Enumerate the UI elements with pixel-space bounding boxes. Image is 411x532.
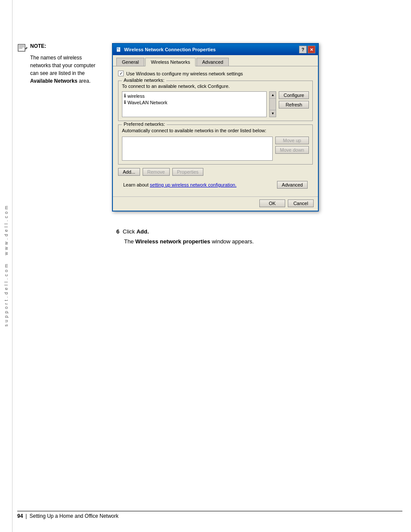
dialog-footer: OK Cancel <box>113 196 318 211</box>
move-down-button[interactable]: Move down <box>275 146 309 154</box>
dialog-title-icon: 🖥 <box>115 46 121 53</box>
step-desc-bold: Wireless network properties <box>135 238 210 245</box>
pref-buttons: Move up Move down <box>275 137 309 161</box>
preferred-intro: Automatically connect to available netwo… <box>122 128 309 134</box>
step-desc-suffix: window appears. <box>210 238 254 245</box>
preferred-listbox <box>122 137 273 161</box>
list-item-wireless: ℹ wireless <box>123 93 265 99</box>
available-networks-label: Available networks: <box>122 78 166 83</box>
sidebar-text-dell: w w w . d e l l . c o m <box>4 205 9 255</box>
sidebar: w w w . d e l l . c o m s u p p o r t . … <box>0 0 12 532</box>
title-bar-left: 🖥 Wireless Network Connection Properties <box>115 46 216 53</box>
avail-intro: To connect to an available network, clic… <box>122 84 309 89</box>
footer-text: Setting Up a Home and Office Network <box>29 513 118 519</box>
remove-button[interactable]: Remove <box>143 168 170 176</box>
configure-button[interactable]: Configure <box>279 91 309 99</box>
properties-button[interactable]: Properties <box>172 168 203 176</box>
ok-button[interactable]: OK <box>259 199 285 207</box>
dialog-title: Wireless Network Connection Properties <box>124 47 216 52</box>
tabs-row: General Wireless Networks Advanced <box>113 55 318 66</box>
dialog-body: ✓ Use Windows to configure my wireless n… <box>113 66 318 196</box>
note-suffix: area. <box>78 78 91 84</box>
available-listbox: ℹ wireless ℹ WaveLAN Network <box>122 91 267 117</box>
refresh-button[interactable]: Refresh <box>279 101 309 109</box>
avail-scrollbar: ▲ ▼ <box>269 91 276 117</box>
step-block: 6 Click Add. The Wireless network proper… <box>116 228 402 245</box>
svg-rect-0 <box>18 44 25 51</box>
preferred-networks-group: Preferred networks: Automatically connec… <box>118 124 313 165</box>
cancel-button[interactable]: Cancel <box>288 199 314 207</box>
note-body: The names of wireless networks that your… <box>30 54 103 85</box>
preferred-row: Move up Move down <box>122 137 309 161</box>
tab-wireless-networks[interactable]: Wireless Networks <box>145 58 196 66</box>
note-block: NOTE: The names of wireless networks tha… <box>17 43 103 85</box>
advanced-button[interactable]: Advanced <box>277 181 308 189</box>
help-button[interactable]: ? <box>299 46 307 53</box>
scroll-up-arrow[interactable]: ▲ <box>270 92 276 99</box>
dialog-bottom: Learn about setting up wireless network … <box>118 179 313 192</box>
learn-text: Learn about <box>123 182 150 187</box>
page-separator: | <box>25 513 27 519</box>
network-name-wireless: wireless <box>128 93 145 99</box>
step-bold: Add. <box>137 228 149 235</box>
scroll-track <box>270 99 276 110</box>
close-button[interactable]: ✕ <box>308 46 315 53</box>
dialog-wrapper: 🖥 Wireless Network Connection Properties… <box>112 43 319 212</box>
learn-link-area: Learn about setting up wireless network … <box>123 182 237 187</box>
tab-advanced[interactable]: Advanced <box>196 58 229 66</box>
step-desc: The Wireless network properties window a… <box>124 238 402 245</box>
avail-buttons: Configure Refresh <box>279 91 309 117</box>
title-bar-buttons: ? ✕ <box>299 46 315 53</box>
wavelan-icon: ℹ <box>124 100 126 105</box>
available-networks-group: Available networks: To connect to an ava… <box>118 81 313 121</box>
preferred-networks-label: Preferred networks: <box>122 121 167 127</box>
scroll-down-arrow[interactable]: ▼ <box>270 110 276 117</box>
tab-general[interactable]: General <box>116 58 144 66</box>
move-up-button[interactable]: Move up <box>275 137 309 144</box>
step-number: 6 <box>116 228 119 235</box>
svg-marker-4 <box>25 47 28 50</box>
checkbox-row: ✓ Use Windows to configure my wireless n… <box>118 71 313 76</box>
note-title: NOTE: <box>30 43 46 49</box>
configure-checkbox[interactable]: ✓ <box>118 71 124 76</box>
page-footer: 94 | Setting Up a Home and Office Networ… <box>17 511 402 519</box>
main-content: NOTE: The names of wireless networks tha… <box>17 43 402 498</box>
learn-link[interactable]: setting up wireless network configuratio… <box>150 182 237 187</box>
title-bar: 🖥 Wireless Network Connection Properties… <box>113 44 318 55</box>
avail-list-row: ℹ wireless ℹ WaveLAN Network ▲ <box>122 91 309 117</box>
sidebar-text-support: s u p p o r t . d e l l . c o m <box>4 264 9 327</box>
page-number: 94 <box>17 513 23 519</box>
add-button[interactable]: Add... <box>118 168 140 176</box>
checkbox-label: Use Windows to configure my wireless net… <box>126 71 243 76</box>
network-name-wavelan: WaveLAN Network <box>128 100 168 105</box>
note-bold: Available Networks <box>30 78 78 84</box>
step-line: 6 Click Add. <box>116 228 402 235</box>
step-desc-prefix: The <box>124 238 135 245</box>
step-text: Click <box>123 228 137 235</box>
note-icon <box>17 44 28 52</box>
win-dialog: 🖥 Wireless Network Connection Properties… <box>112 43 319 212</box>
wireless-icon: ℹ <box>124 93 126 99</box>
left-border <box>12 0 12 532</box>
list-item-wavelan: ℹ WaveLAN Network <box>123 99 265 106</box>
add-remove-row: Add... Remove Properties <box>118 168 313 176</box>
note-body-text: The names of wireless networks that your… <box>30 55 95 76</box>
note-header: NOTE: <box>17 43 103 52</box>
